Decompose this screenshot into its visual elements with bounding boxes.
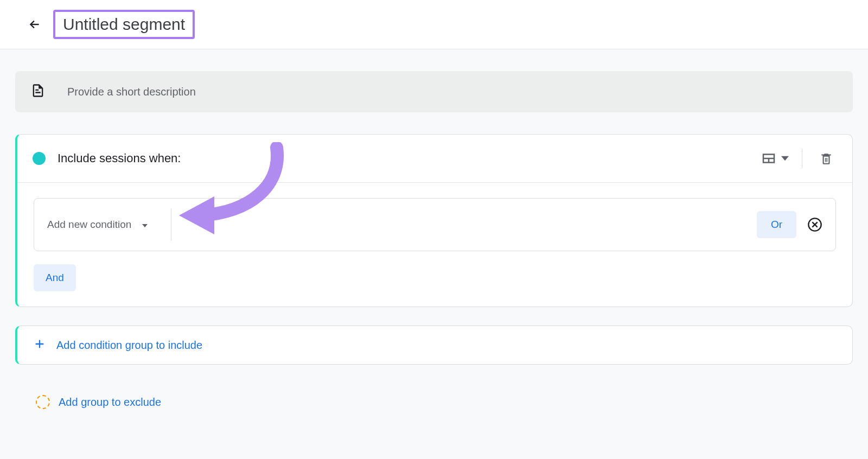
divider [802, 149, 802, 168]
add-exclude-group-label: Add group to exclude [59, 396, 161, 409]
description-field[interactable]: Provide a short description [15, 71, 853, 112]
document-icon [30, 83, 46, 100]
caret-down-icon [142, 220, 148, 229]
scope-selector[interactable] [761, 150, 789, 167]
delete-group-button[interactable] [815, 148, 837, 169]
include-indicator-icon [33, 152, 46, 165]
segment-name-text: Untitled segment [63, 15, 185, 33]
add-exclude-group-button[interactable]: Add group to exclude [15, 395, 853, 409]
and-label: And [46, 272, 64, 283]
close-circle-icon [807, 217, 822, 232]
dashed-circle-icon [36, 395, 50, 409]
or-label: Or [771, 219, 782, 230]
remove-condition-button[interactable] [807, 217, 822, 232]
arrow-left-icon [28, 17, 42, 31]
condition-row: Add new condition Or [34, 198, 836, 251]
trash-icon [819, 151, 833, 165]
include-group-title: Include sessions when: [58, 151, 761, 165]
add-include-group-button[interactable]: Add condition group to include [15, 326, 853, 365]
card-layout-icon [761, 150, 777, 167]
include-group-card: Include sessions when: Add new condition [15, 134, 853, 307]
add-condition-label: Add new condition [47, 218, 131, 232]
and-button[interactable]: And [34, 264, 76, 291]
segment-name-field[interactable]: Untitled segment [53, 10, 195, 39]
add-condition-dropdown[interactable]: Add new condition [47, 218, 156, 232]
add-include-group-label: Add condition group to include [56, 339, 202, 352]
plus-icon [34, 338, 46, 352]
or-button[interactable]: Or [757, 211, 796, 238]
back-button[interactable] [22, 11, 48, 37]
divider [171, 208, 171, 241]
description-placeholder: Provide a short description [67, 86, 196, 98]
caret-down-icon [781, 155, 789, 162]
